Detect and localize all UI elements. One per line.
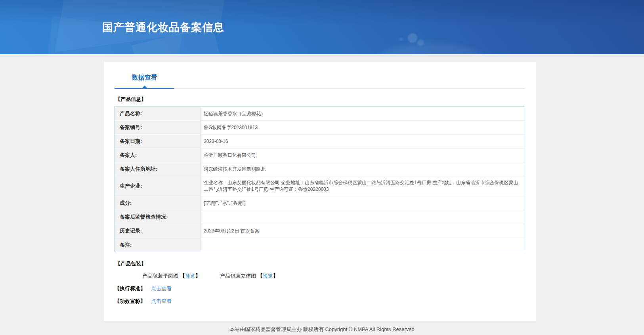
tab-data-view[interactable]: 数据查看 xyxy=(115,68,174,89)
exec-standard-row: 【执行标准】 点击查看 xyxy=(115,285,525,292)
package-row: 产品包装平面图 【预览】 产品包装立体图 【预览】 xyxy=(142,272,525,280)
row-label: 备案编号: xyxy=(115,121,201,135)
tab-active-marker-icon xyxy=(142,86,147,88)
bracket-close: 】 xyxy=(195,273,201,279)
row-label: 备案人住所地址: xyxy=(115,162,201,176)
table-row: 生产企业: 企业名称：山东艾丽化妆品有限公司 企业地址：山东省临沂市综合保税区蒙… xyxy=(115,176,525,196)
tab-data-view-label: 数据查看 xyxy=(132,74,157,81)
table-row: 历史记录: 2023年03月22日 首次备案 xyxy=(115,224,525,238)
row-label: 备案人: xyxy=(115,148,201,162)
package-stereo-label: 产品包装立体图 xyxy=(220,273,258,279)
tab-bar: 数据查看 xyxy=(115,68,525,89)
efficacy-claim-row: 【功效宣称】 点击查看 xyxy=(115,298,525,305)
exec-standard-heading: 【执行标准】 xyxy=(115,285,145,292)
row-value: 忆佰氛茶香香水（宝藏樱花） xyxy=(201,107,525,121)
bracket-close: 】 xyxy=(273,273,278,279)
table-row: 备案人: 临沂广顺香日化有限公司 xyxy=(115,148,525,162)
package-flat-item: 产品包装平面图 【预览】 xyxy=(142,273,202,279)
row-label: 生产企业: xyxy=(115,176,201,196)
row-value xyxy=(201,210,525,224)
exec-standard-view-link[interactable]: 点击查看 xyxy=(151,285,172,292)
row-value: 河东经济技术开发区昆明路北 xyxy=(201,162,525,176)
table-row: 备案日期: 2023-03-16 xyxy=(115,135,525,148)
row-label: 备案后监督检查情况: xyxy=(115,210,201,224)
product-info-heading: 【产品信息】 xyxy=(115,96,525,103)
table-row: 产品名称: 忆佰氛茶香香水（宝藏樱花） xyxy=(115,107,525,121)
page-banner: 国产普通化妆品备案信息 xyxy=(0,0,644,54)
row-value: 临沂广顺香日化有限公司 xyxy=(201,148,525,162)
row-value xyxy=(201,238,525,252)
row-value: 2023年03月22日 首次备案 xyxy=(201,224,525,238)
row-label: 备案日期: xyxy=(115,135,201,148)
bracket-open: 【 xyxy=(258,273,263,279)
banner-decor-glow xyxy=(375,43,489,54)
banner-decor-dot xyxy=(408,33,417,43)
package-flat-preview-link[interactable]: 预览 xyxy=(185,273,195,279)
row-value: ["乙醇", "水", "香精"] xyxy=(201,196,525,210)
table-row: 成分: ["乙醇", "水", "香精"] xyxy=(115,196,525,210)
package-stereo-item: 产品包装立体图 【预览】 xyxy=(220,273,278,279)
row-value: 2023-03-16 xyxy=(201,135,525,148)
page-title: 国产普通化妆品备案信息 xyxy=(102,21,224,34)
row-value: 鲁G妆网备字2023001913 xyxy=(201,121,525,135)
row-label: 成分: xyxy=(115,196,201,210)
table-row: 备案编号: 鲁G妆网备字2023001913 xyxy=(115,121,525,135)
bracket-open: 【 xyxy=(180,273,185,279)
row-value: 企业名称：山东艾丽化妆品有限公司 企业地址：山东省临沂市综合保税区蒙山二路与沂河… xyxy=(201,176,525,196)
row-label: 备注: xyxy=(115,238,201,252)
package-flat-label: 产品包装平面图 xyxy=(142,273,180,279)
product-package-heading: 【产品包装】 xyxy=(115,260,525,267)
table-row: 备注: xyxy=(115,238,525,252)
row-label: 产品名称: xyxy=(115,107,201,121)
package-stereo-preview-link[interactable]: 预览 xyxy=(263,273,273,279)
table-row: 备案后监督检查情况: xyxy=(115,210,525,224)
page-footer: 本站由国家药品监督管理局主办 版权所有 Copyright © NMPA All… xyxy=(0,321,644,333)
banner-decor-dot xyxy=(417,39,424,46)
table-row: 备案人住所地址: 河东经济技术开发区昆明路北 xyxy=(115,162,525,176)
row-label: 历史记录: xyxy=(115,224,201,238)
product-info-table: 产品名称: 忆佰氛茶香香水（宝藏樱花） 备案编号: 鲁G妆网备字20230019… xyxy=(115,107,525,252)
efficacy-claim-heading: 【功效宣称】 xyxy=(115,298,145,305)
content-card: 数据查看 【产品信息】 产品名称: 忆佰氛茶香香水（宝藏樱花） 备案编号: 鲁G… xyxy=(104,62,536,321)
efficacy-claim-view-link[interactable]: 点击查看 xyxy=(151,298,172,305)
banner-decor-dot xyxy=(399,38,403,41)
